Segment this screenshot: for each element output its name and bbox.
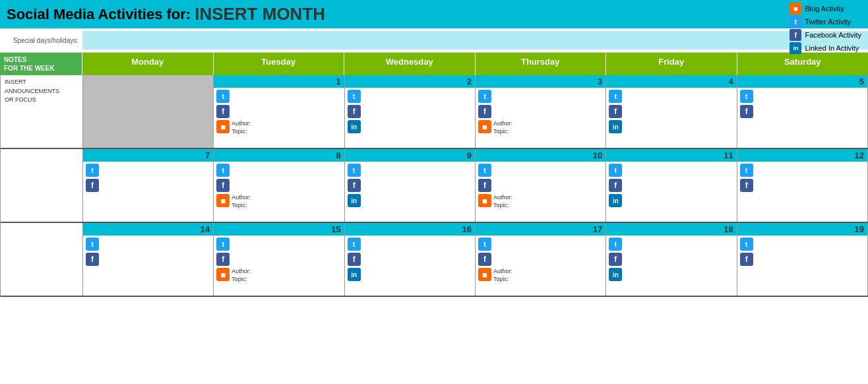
facebook-icon[interactable]: f [740, 253, 753, 266]
twitter-icon[interactable]: t [86, 238, 99, 251]
day-header-row: NOTESFOR THE WEEK Monday Tuesday Wednesd… [0, 53, 868, 75]
week-1-day-5[interactable]: 5 t f [737, 75, 868, 148]
twitter-icon[interactable]: t [609, 238, 622, 251]
twitter-icon[interactable]: t [478, 164, 491, 177]
blog-entry[interactable]: ■ Author:Topic: [478, 268, 603, 283]
week-2-day-12[interactable]: 12 t f [737, 149, 868, 222]
twitter-icon[interactable]: t [609, 90, 622, 103]
week-1-notes-text: INSERTANNOUNCEMENTSOR FOCUS [5, 79, 59, 103]
twitter-icon[interactable]: t [740, 90, 753, 103]
twitter-icon[interactable]: t [348, 90, 361, 103]
week-3: 14 t f 15 t f ■ Author:Topic: [1, 223, 868, 297]
linkedin-icon-legend: in [790, 42, 801, 54]
day-19-icons: t f [737, 236, 867, 268]
twitter-icon[interactable]: t [609, 164, 622, 177]
page: Social Media Activities for: INSERT MONT… [0, 0, 868, 384]
blog-entry[interactable]: ■ Author:Topic: [216, 268, 341, 283]
twitter-icon[interactable]: t [86, 164, 99, 177]
legend-linkedin-label: Linked In Activity [805, 44, 859, 52]
day-11-icons: t f in [606, 162, 736, 209]
blog-entry[interactable]: ■ Author:Topic: [478, 120, 603, 135]
facebook-icon[interactable]: f [609, 253, 622, 266]
linkedin-icon[interactable]: in [609, 194, 622, 207]
linkedin-icon[interactable]: in [609, 268, 622, 281]
linkedin-icon[interactable]: in [348, 194, 361, 207]
day-1-icons: t f ■ Author:Topic: [214, 88, 344, 137]
facebook-icon[interactable]: f [478, 253, 491, 266]
twitter-icon[interactable]: t [216, 238, 230, 251]
week-2: 7 t f 8 t f ■ Author:Topic: [1, 149, 868, 223]
twitter-icon[interactable]: t [348, 164, 361, 177]
week-2-day-8[interactable]: 8 t f ■ Author:Topic: [214, 149, 344, 222]
twitter-icon[interactable]: t [740, 164, 753, 177]
special-days-content[interactable] [82, 31, 868, 49]
week-1-notes[interactable]: INSERTANNOUNCEMENTSOR FOCUS [1, 75, 83, 148]
day-number-5: 5 [737, 75, 867, 88]
facebook-icon[interactable]: f [86, 179, 99, 192]
twitter-icon[interactable]: t [348, 238, 361, 251]
facebook-icon[interactable]: f [740, 179, 753, 192]
week-3-day-15[interactable]: 15 t f ■ Author:Topic: [214, 223, 344, 296]
facebook-icon[interactable]: f [86, 253, 99, 266]
facebook-icon[interactable]: f [609, 105, 622, 118]
week-2-day-11[interactable]: 11 t f in [606, 149, 737, 222]
rss-icon: ■ [216, 120, 230, 133]
week-1-day-3[interactable]: 3 t f ■ Author:Topic: [476, 75, 606, 148]
legend-twitter-label: Twitter Activity [805, 18, 851, 26]
week-3-notes[interactable] [1, 223, 83, 296]
facebook-icon[interactable]: f [216, 105, 230, 118]
day-number-11: 11 [606, 149, 736, 162]
facebook-icon[interactable]: f [216, 179, 230, 192]
twitter-icon[interactable]: t [478, 238, 491, 251]
week-1-day-0 [83, 75, 214, 148]
day-number-15: 15 [214, 223, 344, 236]
day-10-icons: t f ■ Author:Topic: [476, 162, 605, 211]
day-number-8: 8 [214, 149, 344, 162]
day-17-icons: t f ■ Author:Topic: [476, 236, 605, 285]
facebook-icon[interactable]: f [478, 105, 491, 118]
twitter-icon[interactable]: t [740, 238, 753, 251]
week-3-day-17[interactable]: 17 t f ■ Author:Topic: [476, 223, 606, 296]
blog-text-15: Author:Topic: [232, 268, 251, 283]
day-number-2: 2 [345, 75, 475, 88]
week-3-day-18[interactable]: 18 t f in [606, 223, 737, 296]
week-2-day-7[interactable]: 7 t f [83, 149, 214, 222]
week-1-day-2[interactable]: 2 t f in [345, 75, 476, 148]
blog-entry[interactable]: ■ Author:Topic: [478, 194, 603, 209]
blog-entry[interactable]: ■ Author:Topic: [216, 120, 341, 135]
day-4-icons: t f in [606, 88, 736, 135]
facebook-icon[interactable]: f [609, 179, 622, 192]
day-2-icons: t f in [345, 88, 475, 135]
week-1-day-1[interactable]: 1 t f ■ Author:Topic: [214, 75, 344, 148]
linkedin-icon[interactable]: in [348, 120, 361, 133]
twitter-icon[interactable]: t [478, 90, 491, 103]
twitter-icon[interactable]: t [216, 90, 230, 103]
linkedin-icon[interactable]: in [348, 268, 361, 281]
week-2-day-9[interactable]: 9 t f in [345, 149, 476, 222]
week-3-day-16[interactable]: 16 t f in [345, 223, 476, 296]
legend-item-facebook: f Facebook Activity [790, 29, 861, 41]
facebook-icon[interactable]: f [348, 179, 361, 192]
week-2-notes[interactable] [1, 149, 83, 222]
blog-entry[interactable]: ■ Author:Topic: [216, 194, 341, 209]
header-wednesday: Wednesday [344, 53, 476, 75]
header-static-title: Social Media Activities for: [7, 6, 191, 23]
blog-text-1: Author:Topic: [232, 120, 251, 135]
facebook-icon[interactable]: f [740, 105, 753, 118]
facebook-icon[interactable]: f [478, 179, 491, 192]
week-2-day-10[interactable]: 10 t f ■ Author:Topic: [476, 149, 606, 222]
week-1-day-4[interactable]: 4 t f in [606, 75, 737, 148]
legend-facebook-label: Facebook Activity [805, 31, 861, 39]
day-number-1: 1 [214, 75, 344, 88]
legend-item-blog: ■ Blog Activtiy [790, 3, 861, 15]
week-3-day-14[interactable]: 14 t f [83, 223, 214, 296]
day-12-icons: t f [737, 162, 867, 194]
linkedin-icon[interactable]: in [609, 120, 622, 133]
facebook-icon[interactable]: f [216, 253, 230, 266]
header-insert-title[interactable]: INSERT MONTH [195, 4, 325, 24]
facebook-icon[interactable]: f [348, 253, 361, 266]
facebook-icon-legend: f [790, 29, 801, 41]
twitter-icon[interactable]: t [216, 164, 230, 177]
week-3-day-19[interactable]: 19 t f [737, 223, 868, 296]
facebook-icon[interactable]: f [348, 105, 361, 118]
